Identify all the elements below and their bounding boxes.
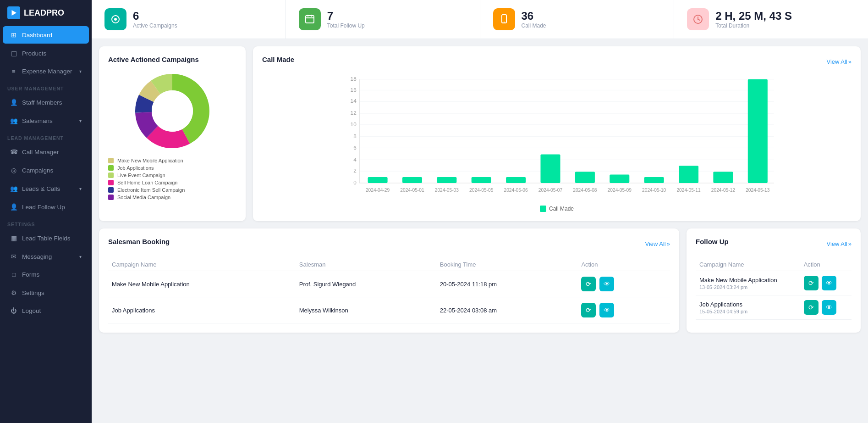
dashboard-icon: ⊞ (10, 31, 17, 39)
total-followup-label: Total Follow Up (327, 22, 365, 29)
section-label-settings: Settings (0, 216, 92, 229)
logo-icon (7, 6, 20, 19)
svg-line-11 (698, 19, 700, 20)
svg-rect-41 (402, 177, 422, 183)
legend-item-2: Live Event Campaign (108, 173, 236, 178)
sidebar-item-label: Settings (22, 289, 44, 296)
sidebar-item-lead-follow-up[interactable]: 👤 Lead Follow Up (3, 198, 89, 216)
active-campaigns-icon (104, 8, 126, 30)
donut-chart-card: Active Actioned Campaigns (99, 46, 246, 221)
legend-dot-3 (108, 180, 114, 185)
sidebar-item-label: Lead Table Fields (22, 235, 71, 242)
sidebar-item-label: Products (22, 50, 46, 57)
followup-table: Campaign Name Action Make New Mobile App… (696, 258, 852, 320)
table-row: Job Applications 15-05-2024 04:59 pm ⟳ 👁 (696, 295, 852, 320)
donut-chart-title: Active Actioned Campaigns (108, 56, 236, 63)
sidebar-item-label: Campaigns (22, 167, 53, 174)
svg-rect-44 (506, 177, 526, 183)
svg-text:6: 6 (353, 145, 357, 151)
sidebar-item-call-manager[interactable]: ☎ Call Manager (3, 143, 89, 161)
booking-action-btn-edit-0[interactable]: ⟳ (581, 277, 596, 291)
sidebar-item-products[interactable]: ◫ Products (3, 45, 89, 62)
sidebar-item-label: Logout (22, 307, 41, 314)
legend-item-4: Electronic Item Sell Campaign (108, 187, 236, 193)
staff-icon: 👤 (10, 99, 17, 106)
sidebar-item-forms[interactable]: □ Forms (3, 266, 89, 283)
bottom-row: Salesman Booking View All » Campaign Nam… (99, 228, 861, 333)
donut-svg (131, 70, 214, 152)
booking-table-header: Salesman Booking View All » (108, 238, 670, 252)
chevron-down-icon: ▾ (79, 254, 82, 259)
sidebar-item-expense-manager[interactable]: ≡ Expense Manager ▾ (3, 63, 89, 80)
booking-view-all[interactable]: View All » (645, 240, 670, 247)
legend-item-1: Job Applications (108, 165, 236, 171)
svg-text:4: 4 (353, 156, 357, 163)
sidebar-item-lead-table-fields[interactable]: ▦ Lead Table Fields (3, 229, 89, 247)
svg-text:2024-05-10: 2024-05-10 (642, 188, 666, 193)
followup-btn-view-1[interactable]: 👁 (822, 300, 836, 315)
table-row: Make New Mobile Application Prof. Sigurd… (108, 271, 670, 297)
sidebar-item-dashboard[interactable]: ⊞ Dashboard (3, 26, 89, 44)
svg-rect-46 (575, 172, 595, 183)
svg-text:18: 18 (351, 76, 357, 82)
sidebar-item-messaging[interactable]: ✉ Messaging ▾ (3, 248, 89, 265)
booking-action-0: ⟳ 👁 (577, 271, 670, 297)
followup-campaign-1: Job Applications (699, 301, 797, 308)
table-icon: ▦ (10, 234, 17, 242)
svg-rect-43 (472, 177, 491, 183)
sidebar: LEADPRO ⊞ Dashboard ◫ Products ≡ Expense… (0, 0, 92, 423)
total-followup-info: 7 Total Follow Up (327, 10, 365, 29)
booking-time-0: 20-05-2024 11:18 pm (436, 271, 578, 297)
sidebar-item-leads-calls[interactable]: 👥 Leads & Calls ▾ (3, 180, 89, 197)
view-all-text: View All (826, 58, 847, 65)
charts-row: Active Actioned Campaigns (99, 46, 861, 221)
stat-active-campaigns: 6 Active Campaigns (92, 0, 286, 39)
svg-text:14: 14 (351, 98, 357, 104)
legend-label-5: Social Media Campaign (117, 195, 170, 200)
followup-row-0: Make New Mobile Application 13-05-2024 0… (696, 271, 800, 295)
svg-point-18 (152, 90, 193, 132)
svg-text:0: 0 (353, 179, 357, 186)
svg-rect-42 (437, 177, 456, 183)
forms-icon: □ (10, 271, 17, 278)
booking-action-btn-view-0[interactable]: 👁 (599, 277, 614, 291)
legend-dot-0 (108, 158, 114, 163)
booking-view-all-icon: » (667, 240, 670, 247)
donut-legend: Make New Mobile Application Job Applicat… (108, 158, 236, 200)
followup-date-0: 13-05-2024 03:24 pm (699, 284, 797, 290)
followup-col-action: Action (800, 258, 852, 271)
followup-btn-edit-0[interactable]: ⟳ (804, 276, 819, 290)
followup-view-all-text: View All (826, 240, 847, 247)
stats-row: 6 Active Campaigns 7 Total Follow Up 36 … (92, 0, 868, 39)
svg-rect-45 (540, 154, 560, 183)
booking-action-btn-edit-1[interactable]: ⟳ (581, 303, 596, 317)
legend-dot-1 (108, 165, 114, 171)
bar-chart-legend: Call Made (262, 206, 852, 212)
sidebar-item-label: Dashboard (22, 32, 52, 39)
sidebar-item-label: Call Manager (22, 149, 59, 156)
call-made-icon (493, 8, 515, 30)
svg-rect-49 (679, 166, 698, 183)
booking-action-btn-view-1[interactable]: 👁 (599, 303, 614, 317)
followup-btn-view-0[interactable]: 👁 (822, 276, 836, 290)
svg-text:2024-04-29: 2024-04-29 (366, 188, 390, 193)
sidebar-item-logout[interactable]: ⏻ Logout (3, 302, 89, 319)
sidebar-item-settings[interactable]: ⚙ Settings (3, 284, 89, 301)
view-all-arrow-icon: » (848, 58, 852, 65)
sidebar-item-salesmans[interactable]: 👥 Salesmans ▾ (3, 112, 89, 129)
col-campaign-name: Campaign Name (108, 258, 296, 271)
sidebar-item-staff-members[interactable]: 👤 Staff Members (3, 94, 89, 111)
col-action: Action (577, 258, 670, 271)
followup-btn-edit-1[interactable]: ⟳ (804, 300, 819, 315)
chevron-down-icon: ▾ (79, 69, 82, 74)
sidebar-item-campaigns[interactable]: ◎ Campaigns (3, 161, 89, 179)
section-label-user-management: User Management (0, 80, 92, 93)
svg-text:12: 12 (351, 110, 357, 116)
legend-label-3: Sell Home Loan Campaign (117, 180, 177, 185)
bar-chart-view-all[interactable]: View All » (826, 58, 852, 65)
followup-view-all[interactable]: View All » (826, 240, 852, 247)
sidebar-item-label: Staff Members (22, 99, 62, 106)
messaging-icon: ✉ (10, 253, 17, 260)
svg-text:2024-05-09: 2024-05-09 (608, 188, 632, 193)
col-booking-time: Booking Time (436, 258, 578, 271)
